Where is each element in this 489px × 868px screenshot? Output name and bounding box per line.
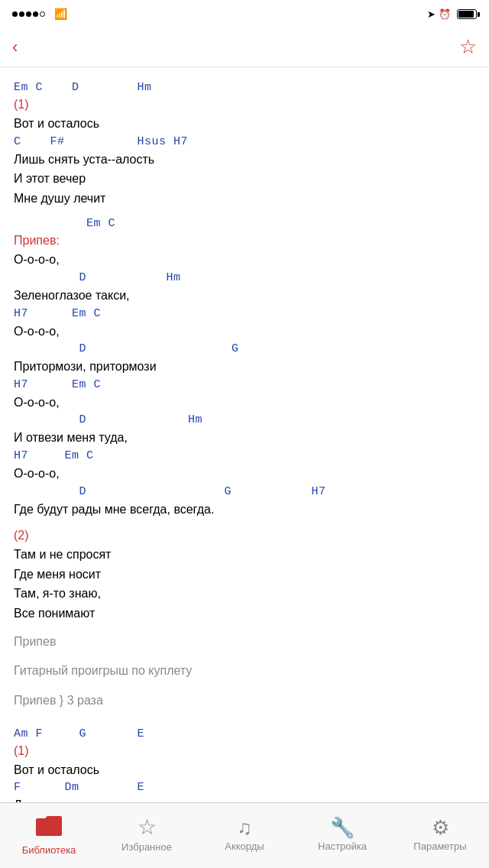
content-line-10: О-о-о-о,: [14, 250, 475, 270]
tab-chords[interactable]: ♫ Аккорды: [214, 818, 275, 852]
tab-bar: Библиотека ☆ Избранное ♫ Аккорды 🔧 Настр…: [0, 802, 489, 868]
content-line-33: [14, 653, 475, 660]
content-line-18: О-о-о-о,: [14, 393, 475, 413]
signal-dots: [12, 11, 45, 17]
song-content: Em C D Hm(1)Вот и осталосьC F# Hsus H7Ли…: [0, 67, 489, 868]
content-line-30: Все понимают: [14, 604, 475, 623]
content-line-6: Мне душу лечит: [14, 189, 475, 209]
content-line-31: [14, 623, 475, 631]
music-icon: ♫: [237, 818, 252, 837]
content-line-25: [14, 519, 475, 526]
content-line-38: Am F G E: [14, 726, 475, 742]
content-line-41: F Dm E: [14, 779, 475, 795]
battery-icon: [457, 9, 477, 19]
back-button[interactable]: ‹: [12, 37, 21, 57]
content-line-37: [14, 712, 475, 726]
content-line-23: D G H7: [14, 484, 475, 500]
content-line-9: Припев:: [14, 232, 475, 250]
tab-params-label: Параметры: [413, 840, 466, 852]
dot2: [19, 11, 24, 17]
content-line-20: И отвези меня туда,: [14, 428, 475, 448]
content-line-15: D G: [14, 341, 475, 357]
status-bar: 📶 ➤ ⏰: [0, 0, 489, 28]
tab-settings-label: Настройка: [318, 840, 367, 852]
content-line-29: Там, я-то знаю,: [14, 584, 475, 604]
battery-fill: [458, 11, 474, 18]
content-line-19: D Hm: [14, 412, 475, 428]
tab-library[interactable]: Библиотека: [18, 815, 79, 856]
wrench-icon: 🔧: [330, 818, 355, 837]
gear-icon: ⚙: [432, 818, 449, 837]
content-line-0: Em C D Hm: [14, 79, 475, 96]
back-chevron-icon: ‹: [12, 37, 18, 57]
dot4: [33, 11, 38, 17]
content-line-17: H7 Em C: [14, 377, 475, 393]
content-line-40: Вот и осталось: [14, 760, 475, 780]
content-line-7: [14, 208, 475, 215]
content-line-4: Лишь снять уста--алость: [14, 150, 475, 170]
location-icon: ➤: [427, 8, 436, 20]
folder-icon: [34, 815, 63, 841]
status-right: ➤ ⏰: [427, 8, 477, 20]
content-line-13: H7 Em C: [14, 306, 475, 322]
content-line-16: Притормози, притормози: [14, 357, 475, 377]
status-left: 📶: [12, 8, 67, 20]
content-line-24: Где будут рады мне всегда, всегда.: [14, 500, 475, 520]
content-line-26: (2): [14, 526, 475, 545]
content-line-11: D Hm: [14, 270, 475, 286]
content-line-3: C F# Hsus H7: [14, 134, 475, 150]
tab-favorites[interactable]: ☆ Избранное: [116, 817, 177, 853]
content-line-35: [14, 682, 475, 690]
dot5: [40, 11, 45, 17]
content-line-12: Зеленоглазое такси,: [14, 286, 475, 306]
nav-bar: ‹ ☆: [0, 28, 489, 67]
content-line-39: (1): [14, 742, 475, 760]
content-line-22: О-о-о-о,: [14, 464, 475, 484]
tab-chords-label: Аккорды: [225, 840, 264, 852]
content-line-32: Припев: [14, 631, 475, 653]
content-line-28: Где меня носит: [14, 565, 475, 585]
content-line-27: Там и не спросят: [14, 545, 475, 565]
favorite-star-icon[interactable]: ☆: [459, 35, 477, 59]
tab-settings[interactable]: 🔧 Настройка: [312, 818, 373, 852]
content-line-5: И этот вечер: [14, 169, 475, 189]
content-line-36: Припев } 3 раза: [14, 690, 475, 712]
content-line-8: Em C: [14, 215, 475, 232]
dot1: [12, 11, 18, 17]
content-line-14: О-о-о-о,: [14, 322, 475, 342]
dot3: [26, 11, 31, 17]
content-line-34: Гитарный проигрыш по куплету: [14, 660, 475, 682]
star-icon: ☆: [138, 817, 157, 838]
tab-favorites-label: Избранное: [121, 841, 172, 853]
wifi-icon: 📶: [54, 8, 67, 20]
content-line-2: Вот и осталось: [14, 114, 475, 134]
tab-library-label: Библиотека: [22, 844, 76, 856]
content-line-21: H7 Em C: [14, 448, 475, 464]
alarm-icon: ⏰: [439, 8, 451, 20]
content-line-1: (1): [14, 96, 475, 114]
tab-params[interactable]: ⚙ Параметры: [410, 818, 471, 852]
